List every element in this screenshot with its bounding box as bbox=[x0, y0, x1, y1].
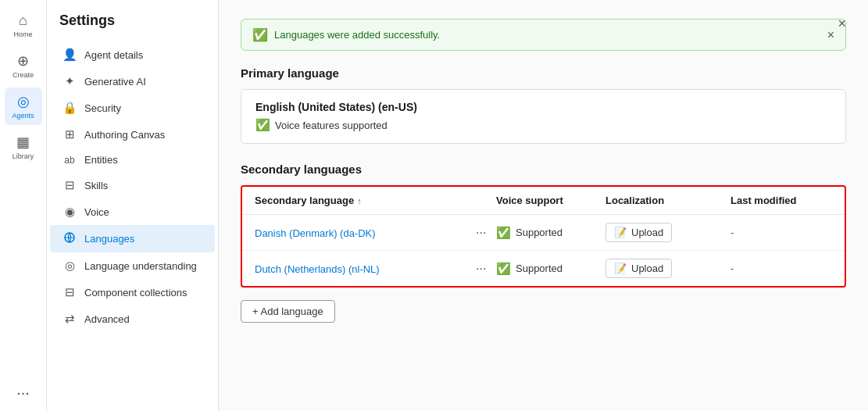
row1-voice-check-icon: ✅ bbox=[496, 226, 511, 240]
col-localization: Localization bbox=[605, 195, 730, 206]
library-icon: ▦ bbox=[16, 134, 30, 151]
sidebar-label-advanced: Advanced bbox=[84, 313, 130, 325]
sidebar-label-agent-details: Agent details bbox=[84, 49, 143, 61]
table-header: Secondary language ↑ Voice support Local… bbox=[242, 187, 845, 215]
nav-label-create: Create bbox=[13, 71, 34, 79]
row1-voice-support-text: Supported bbox=[516, 227, 563, 238]
col-secondary-language: Secondary language ↑ bbox=[255, 195, 473, 206]
row1-language-link[interactable]: Danish (Denmark) (da-DK) bbox=[255, 227, 376, 239]
table-row: Dutch (Netherlands) (nl-NL) ··· ✅ Suppor… bbox=[242, 251, 845, 286]
table-row: Danish (Denmark) (da-DK) ··· ✅ Supported… bbox=[242, 215, 845, 251]
row1-language: Danish (Denmark) (da-DK) bbox=[255, 227, 473, 239]
primary-language-status-text: Voice features supported bbox=[275, 120, 388, 131]
row2-voice-support-text: Supported bbox=[516, 263, 563, 274]
nav-label-agents: Agents bbox=[12, 112, 34, 120]
success-check-icon: ✅ bbox=[252, 27, 268, 42]
nav-item-agents[interactable]: ◎ Agents bbox=[5, 88, 42, 125]
row1-last-modified: - bbox=[730, 227, 832, 238]
sidebar-item-entities[interactable]: ab Entities bbox=[50, 148, 215, 172]
col-last-modified: Last modified bbox=[730, 195, 832, 206]
language-understanding-icon: ◎ bbox=[63, 259, 77, 273]
primary-language-status: ✅ Voice features supported bbox=[255, 118, 831, 132]
main-content: × ✅ Languages were added successfully. ×… bbox=[219, 0, 868, 411]
sidebar-label-component-collections: Component collections bbox=[84, 287, 188, 298]
close-button[interactable]: × bbox=[831, 13, 852, 35]
row2-localization: 📝 Upload bbox=[605, 259, 730, 278]
sidebar-label-authoring-canvas: Authoring Canvas bbox=[84, 129, 165, 141]
sidebar-item-generative-ai[interactable]: ✦ Generative AI bbox=[50, 68, 215, 95]
sidebar-item-security[interactable]: 🔒 Security bbox=[50, 95, 215, 121]
row2-language: Dutch (Netherlands) (nl-NL) bbox=[255, 263, 473, 275]
sidebar-label-language-understanding: Language understanding bbox=[84, 260, 197, 272]
row1-actions: ··· bbox=[473, 224, 496, 241]
sidebar-item-advanced[interactable]: ⇄ Advanced bbox=[50, 306, 215, 332]
row1-localization: 📝 Upload bbox=[605, 223, 730, 242]
row1-voice-support: ✅ Supported bbox=[496, 226, 605, 240]
agents-icon: ◎ bbox=[17, 93, 30, 110]
generative-ai-icon: ✦ bbox=[63, 74, 77, 88]
sidebar-label-skills: Skills bbox=[84, 180, 108, 191]
row1-upload-icon: 📝 bbox=[614, 227, 627, 238]
skills-icon: ⊟ bbox=[63, 178, 77, 192]
voice-icon: ◉ bbox=[63, 205, 77, 219]
row2-last-modified: - bbox=[730, 263, 832, 274]
sidebar-title: Settings bbox=[47, 13, 218, 41]
nav-label-home: Home bbox=[13, 30, 32, 38]
sidebar-item-language-understanding[interactable]: ◎ Language understanding bbox=[50, 252, 215, 279]
success-banner: ✅ Languages were added successfully. × bbox=[241, 19, 846, 51]
row2-language-link[interactable]: Dutch (Netherlands) (nl-NL) bbox=[255, 263, 380, 275]
security-icon: 🔒 bbox=[63, 101, 77, 115]
sidebar-item-skills[interactable]: ⊟ Skills bbox=[50, 172, 215, 198]
sidebar-item-languages[interactable]: Languages bbox=[50, 225, 215, 252]
authoring-canvas-icon: ⊞ bbox=[63, 127, 77, 141]
sidebar-item-component-collections[interactable]: ⊟ Component collections bbox=[50, 279, 215, 306]
component-collections-icon: ⊟ bbox=[63, 285, 77, 299]
sidebar-label-generative-ai: Generative AI bbox=[84, 76, 146, 88]
primary-language-card: English (United States) (en-US) ✅ Voice … bbox=[241, 89, 846, 144]
row2-upload-label: Upload bbox=[631, 263, 663, 274]
row2-upload-icon: 📝 bbox=[614, 263, 627, 274]
sidebar-item-agent-details[interactable]: 👤 Agent details bbox=[50, 41, 215, 68]
col-secondary-language-label: Secondary language bbox=[255, 195, 354, 206]
sidebar-label-entities: Entities bbox=[84, 154, 118, 166]
sidebar-item-voice[interactable]: ◉ Voice bbox=[50, 198, 215, 225]
row2-actions: ··· bbox=[473, 260, 496, 277]
col-actions bbox=[473, 195, 496, 206]
nav-more-button[interactable]: ··· bbox=[16, 384, 30, 402]
nav-item-library[interactable]: ▦ Library bbox=[5, 128, 42, 166]
row2-voice-check-icon: ✅ bbox=[496, 262, 511, 276]
success-banner-text: Languages were added successfully. bbox=[274, 29, 440, 41]
row1-upload-button[interactable]: 📝 Upload bbox=[605, 223, 672, 242]
sidebar-label-languages: Languages bbox=[84, 233, 134, 245]
sidebar-label-voice: Voice bbox=[84, 206, 109, 218]
secondary-languages-section: Secondary languages Secondary language ↑… bbox=[241, 163, 846, 323]
create-icon: ⊕ bbox=[17, 52, 29, 70]
col-voice-support: Voice support bbox=[496, 195, 605, 206]
sidebar-item-authoring-canvas[interactable]: ⊞ Authoring Canvas bbox=[50, 121, 215, 148]
row1-more-button[interactable]: ··· bbox=[473, 224, 489, 241]
nav-bar: ⌂ Home ⊕ Create ◎ Agents ▦ Library ··· bbox=[0, 0, 47, 411]
secondary-languages-table: Secondary language ↑ Voice support Local… bbox=[241, 185, 846, 288]
primary-language-title: Primary language bbox=[241, 66, 846, 80]
sort-icon: ↑ bbox=[357, 196, 362, 206]
sidebar-label-security: Security bbox=[84, 102, 121, 114]
row1-upload-label: Upload bbox=[631, 227, 663, 238]
entities-icon: ab bbox=[63, 155, 77, 166]
row2-voice-support: ✅ Supported bbox=[496, 262, 605, 276]
nav-label-library: Library bbox=[13, 152, 34, 160]
row2-more-button[interactable]: ··· bbox=[473, 260, 489, 277]
primary-language-check-icon: ✅ bbox=[255, 118, 270, 132]
nav-item-home[interactable]: ⌂ Home bbox=[5, 6, 42, 44]
home-icon: ⌂ bbox=[19, 13, 27, 29]
advanced-icon: ⇄ bbox=[63, 312, 77, 326]
sidebar: Settings 👤 Agent details ✦ Generative AI… bbox=[47, 0, 219, 411]
row2-upload-button[interactable]: 📝 Upload bbox=[605, 259, 672, 278]
add-language-button[interactable]: + Add language bbox=[241, 300, 335, 323]
secondary-languages-title: Secondary languages bbox=[241, 163, 846, 176]
primary-language-name: English (United States) (en-US) bbox=[255, 101, 831, 113]
languages-icon bbox=[63, 231, 77, 246]
nav-item-create[interactable]: ⊕ Create bbox=[5, 47, 42, 84]
agent-details-icon: 👤 bbox=[63, 48, 77, 62]
success-banner-message: ✅ Languages were added successfully. bbox=[252, 27, 440, 42]
